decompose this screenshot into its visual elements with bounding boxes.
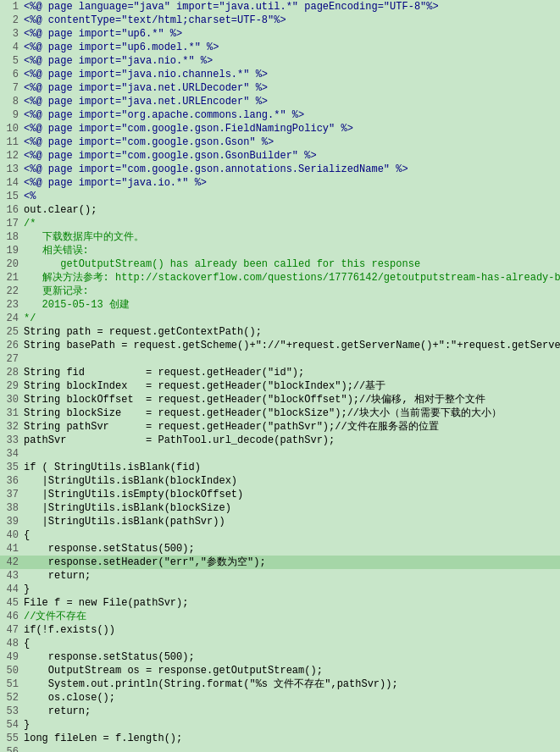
code-line: 56 — [0, 745, 560, 752]
line-content: File f = new File(pathSvr); — [24, 596, 560, 610]
line-number: 16 — [0, 203, 24, 217]
code-line: 10<%@ page import="com.google.gson.Field… — [0, 122, 560, 135]
line-content: return; — [24, 705, 560, 718]
line-content: String fid = request.getHeader("id"); — [24, 366, 560, 379]
line-number: 25 — [0, 325, 24, 339]
code-line: 29String blockIndex = request.getHeader(… — [0, 379, 560, 393]
line-number: 27 — [0, 352, 24, 366]
code-line: 24*/ — [0, 312, 560, 325]
line-number: 52 — [0, 691, 24, 705]
line-number: 49 — [0, 650, 24, 664]
line-number: 51 — [0, 677, 24, 691]
line-number: 34 — [0, 447, 24, 461]
line-number: 12 — [0, 149, 24, 163]
line-content: <%@ page language="java" import="java.ut… — [24, 0, 560, 14]
line-content: os.close(); — [24, 691, 560, 705]
code-line: 4<%@ page import="up6.model.*" %> — [0, 41, 560, 54]
code-line: 2<%@ contentType="text/html;charset=UTF-… — [0, 14, 560, 27]
line-number: 14 — [0, 176, 24, 190]
line-number: 8 — [0, 95, 24, 108]
line-number: 3 — [0, 27, 24, 41]
code-line: 26String basePath = request.getScheme()+… — [0, 339, 560, 352]
code-line: 45File f = new File(pathSvr); — [0, 596, 560, 610]
line-number: 44 — [0, 583, 24, 596]
line-content: <%@ page import="java.nio.channels.*" %> — [24, 68, 560, 81]
line-number: 1 — [0, 0, 24, 14]
line-content: |StringUtils.isEmpty(blockOffset) — [24, 488, 560, 501]
code-line: 30String blockOffset = request.getHeader… — [0, 393, 560, 406]
code-line: 46//文件不存在 — [0, 610, 560, 623]
line-number: 23 — [0, 298, 24, 312]
line-number: 17 — [0, 217, 24, 230]
line-number: 4 — [0, 41, 24, 54]
code-line: 1<%@ page language="java" import="java.u… — [0, 0, 560, 14]
line-content: OutputStream os = response.getOutputStre… — [24, 664, 560, 677]
code-line: 25String path = request.getContextPath()… — [0, 325, 560, 339]
line-content: <%@ page import="up6.model.*" %> — [24, 41, 560, 54]
line-number: 48 — [0, 637, 24, 650]
line-number: 38 — [0, 501, 24, 515]
line-content: response.setStatus(500); — [24, 542, 560, 556]
code-line: 38 |StringUtils.isBlank(blockSize) — [0, 501, 560, 515]
line-number: 42 — [0, 556, 24, 569]
line-content: long fileLen = f.length(); — [24, 732, 560, 745]
line-number: 29 — [0, 379, 24, 393]
line-content: String blockOffset = request.getHeader("… — [24, 393, 560, 406]
code-line: 19 相关错误: — [0, 244, 560, 257]
line-content: response.setHeader("err","参数为空"); — [24, 556, 560, 569]
code-line: 43 return; — [0, 569, 560, 583]
line-number: 20 — [0, 257, 24, 271]
line-number: 31 — [0, 406, 24, 420]
line-content: |StringUtils.isBlank(blockSize) — [24, 501, 560, 515]
code-line: 33pathSvr = PathTool.url_decode(pathSvr)… — [0, 434, 560, 447]
code-line: 28String fid = request.getHeader("id"); — [0, 366, 560, 379]
line-content: String blockIndex = request.getHeader("b… — [24, 379, 560, 393]
code-line: 49 response.setStatus(500); — [0, 650, 560, 664]
line-content: <% — [24, 190, 560, 203]
code-line: 55long fileLen = f.length(); — [0, 732, 560, 745]
line-number: 7 — [0, 81, 24, 95]
line-number: 6 — [0, 68, 24, 81]
line-content: out.clear(); — [24, 203, 560, 217]
code-line: 3<%@ page import="up6.*" %> — [0, 27, 560, 41]
code-line: 20 getOutputStream() has already been ca… — [0, 257, 560, 271]
line-content: if(!f.exists()) — [24, 623, 560, 637]
code-line: 9<%@ page import="org.apache.commons.lan… — [0, 108, 560, 122]
code-line: 18 下载数据库中的文件。 — [0, 230, 560, 244]
line-content: |StringUtils.isBlank(pathSvr)) — [24, 515, 560, 528]
line-number: 36 — [0, 474, 24, 488]
line-content: <%@ page import="up6.*" %> — [24, 27, 560, 41]
line-number: 28 — [0, 366, 24, 379]
line-content: 下载数据库中的文件。 — [24, 230, 560, 244]
line-content: { — [24, 637, 560, 650]
line-number: 35 — [0, 461, 24, 474]
code-line: 47if(!f.exists()) — [0, 623, 560, 637]
code-line: 15<% — [0, 190, 560, 203]
line-content: 更新记录: — [24, 285, 560, 298]
code-line: 31String blockSize = request.getHeader("… — [0, 406, 560, 420]
line-content: if ( StringUtils.isBlank(fid) — [24, 461, 560, 474]
line-number: 10 — [0, 122, 24, 135]
line-number: 22 — [0, 285, 24, 298]
code-line: 22 更新记录: — [0, 285, 560, 298]
code-line: 7<%@ page import="java.net.URLDecoder" %… — [0, 81, 560, 95]
line-content: <%@ page import="java.net.URLEncoder" %> — [24, 95, 560, 108]
code-line: 14<%@ page import="java.io.*" %> — [0, 176, 560, 190]
code-line: 5<%@ page import="java.nio.*" %> — [0, 54, 560, 68]
code-line: 37 |StringUtils.isEmpty(blockOffset) — [0, 488, 560, 501]
code-line: 27 — [0, 352, 560, 366]
line-number: 18 — [0, 230, 24, 244]
line-number: 15 — [0, 190, 24, 203]
code-line: 32String pathSvr = request.getHeader("pa… — [0, 420, 560, 434]
code-line: 11<%@ page import="com.google.gson.Gson"… — [0, 135, 560, 149]
line-content: String pathSvr = request.getHeader("path… — [24, 420, 560, 434]
line-number: 19 — [0, 244, 24, 257]
code-line: 36 |StringUtils.isBlank(blockIndex) — [0, 474, 560, 488]
code-line: 13<%@ page import="com.google.gson.annot… — [0, 163, 560, 176]
code-line: 16out.clear(); — [0, 203, 560, 217]
code-line: 40{ — [0, 528, 560, 542]
line-content: response.setStatus(500); — [24, 650, 560, 664]
line-content: } — [24, 583, 560, 596]
code-line: 12<%@ page import="com.google.gson.GsonB… — [0, 149, 560, 163]
line-content: String path = request.getContextPath(); — [24, 325, 560, 339]
